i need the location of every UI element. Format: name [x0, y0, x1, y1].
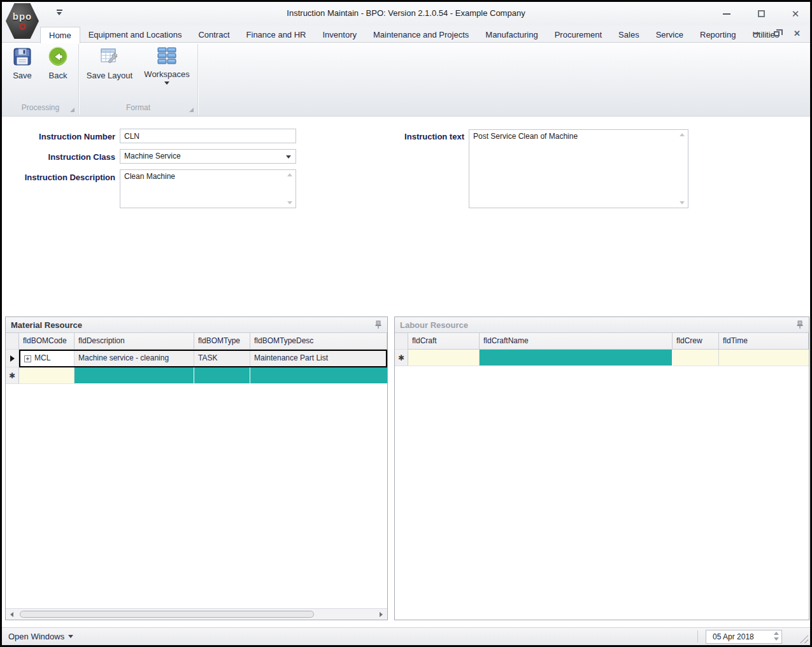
chevron-down-icon[interactable] — [286, 155, 291, 159]
tab-service[interactable]: Service — [648, 27, 692, 43]
spinner-up-icon[interactable] — [774, 632, 779, 635]
instruction-description-field[interactable]: Clean Machine — [120, 170, 285, 208]
new-row-indicator: ✱ — [6, 367, 19, 384]
col-fldBOMTypeDesc[interactable]: fldBOMTypeDesc — [250, 333, 387, 350]
new-cell-fldCraft[interactable] — [408, 350, 480, 366]
horizontal-scrollbar[interactable] — [6, 608, 387, 620]
save-layout-button[interactable]: Save Layout — [84, 46, 135, 80]
scroll-left-icon[interactable] — [10, 612, 13, 617]
instruction-number-label: Instruction Number — [2, 132, 115, 141]
col-fldBOMCode[interactable]: fldBOMCode — [19, 333, 75, 350]
tab-equipment-and-locations[interactable]: Equipment and Locations — [80, 27, 190, 43]
cell-fldBOMTypeDesc[interactable]: Maintenance Part List — [250, 351, 386, 366]
tab-reporting[interactable]: Reporting — [692, 27, 744, 43]
ribbon: Save Back Save Layout — [2, 43, 810, 117]
new-cell-fldBOMType[interactable] — [194, 367, 250, 384]
instruction-description-wrap: Clean Machine — [120, 169, 296, 208]
save-icon — [12, 46, 32, 67]
dialog-launcher-icon[interactable] — [70, 108, 75, 112]
group-processing-label: Processing — [22, 103, 59, 112]
workspaces-button[interactable]: Workspaces — [140, 46, 194, 85]
spinner-down-icon[interactable] — [774, 637, 779, 641]
statusbar-divider — [697, 630, 698, 643]
instruction-text-field[interactable]: Post Service Clean of Machine — [469, 130, 678, 208]
tab-manufacturing[interactable]: Manufacturing — [477, 27, 546, 43]
open-windows-label: Open Windows — [8, 632, 64, 641]
pin-icon[interactable] — [796, 320, 804, 329]
workspaces-button-label: Workspaces — [140, 69, 194, 79]
scroll-up-icon[interactable] — [287, 173, 292, 176]
row-indicator-header — [395, 333, 408, 350]
back-button[interactable]: Back — [41, 46, 75, 80]
quick-access-bar-icon — [57, 10, 62, 11]
new-cell-fldBOMTypeDesc[interactable] — [250, 367, 387, 384]
chevron-down-icon — [57, 12, 62, 15]
date-spinner[interactable] — [774, 632, 779, 641]
save-button-label: Save — [6, 71, 39, 80]
col-fldCrew[interactable]: fldCrew — [673, 333, 719, 350]
col-fldDescription[interactable]: fldDescription — [75, 333, 194, 350]
window-maximize-button[interactable] — [757, 10, 766, 18]
ribbon-separator — [78, 44, 79, 115]
quick-access-dropdown[interactable] — [55, 10, 63, 15]
tab-sales[interactable]: Sales — [610, 27, 648, 43]
back-button-label: Back — [41, 71, 75, 80]
col-fldCraftName[interactable]: fldCraftName — [480, 333, 673, 350]
workspaces-icon — [156, 46, 178, 66]
resize-grip[interactable] — [800, 635, 808, 643]
app-window: Instruction Maintain - BPO: Version 2.1.… — [0, 0, 812, 647]
window-minimize-button[interactable] — [722, 10, 731, 18]
group-format-label: Format — [126, 103, 150, 112]
ribbon-group-format: Format — [81, 103, 196, 114]
table-row[interactable]: +MCL Machine service - cleaning TASK Mai… — [6, 350, 387, 367]
col-fldTime[interactable]: fldTime — [719, 333, 809, 350]
save-layout-icon — [99, 46, 120, 67]
logo-gear-icon — [19, 23, 26, 30]
new-row[interactable]: ✱ — [395, 350, 809, 366]
document-minimize-button[interactable] — [752, 29, 760, 38]
new-cell-fldTime[interactable] — [719, 350, 809, 366]
save-button[interactable]: Save — [6, 46, 39, 80]
chevron-down-icon — [68, 635, 73, 638]
chevron-down-icon — [164, 82, 169, 85]
instruction-class-value: Machine Service — [124, 152, 181, 160]
dialog-launcher-icon[interactable] — [189, 108, 194, 112]
cell-fldBOMCode[interactable]: +MCL — [20, 351, 75, 366]
date-picker[interactable] — [706, 630, 782, 644]
scroll-down-icon[interactable] — [680, 201, 685, 204]
tab-maintenance-and-projects[interactable]: Maintenance and Projects — [365, 27, 477, 43]
new-cell-fldDescription[interactable] — [75, 367, 194, 384]
document-close-button[interactable]: ✕ — [793, 29, 801, 38]
col-fldBOMType[interactable]: fldBOMType — [194, 333, 250, 350]
new-row[interactable]: ✱ — [6, 367, 387, 384]
tab-home[interactable]: Home — [40, 27, 80, 43]
scrollbar-thumb[interactable] — [20, 611, 314, 618]
new-cell-fldBOMCode[interactable] — [19, 367, 75, 384]
new-cell-fldCrew[interactable] — [673, 350, 719, 366]
material-resource-title: Material Resource — [11, 320, 82, 330]
pin-icon[interactable] — [374, 320, 382, 329]
window-close-button[interactable]: ✕ — [791, 10, 800, 18]
scroll-right-icon[interactable] — [380, 612, 383, 617]
instruction-number-field[interactable] — [120, 129, 296, 143]
new-row-asterisk-icon: ✱ — [398, 353, 404, 362]
scroll-down-icon[interactable] — [287, 201, 292, 204]
tab-finance-and-hr[interactable]: Finance and HR — [238, 27, 315, 43]
expand-plus-icon[interactable]: + — [24, 355, 31, 362]
maximize-icon — [758, 10, 765, 17]
new-row-asterisk-icon: ✱ — [9, 371, 15, 380]
instruction-class-select[interactable]: Machine Service — [120, 149, 296, 164]
tab-contract[interactable]: Contract — [190, 27, 238, 43]
open-windows-button[interactable]: Open Windows — [8, 632, 73, 641]
new-cell-fldCraftName[interactable] — [480, 350, 673, 366]
document-restore-button[interactable] — [773, 29, 781, 38]
menu-tab-row: Home Equipment and Locations Contract Fi… — [2, 25, 810, 43]
instruction-text-wrap: Post Service Clean of Machine — [469, 129, 688, 208]
scroll-up-icon[interactable] — [680, 133, 685, 136]
tab-inventory[interactable]: Inventory — [315, 27, 365, 43]
col-fldCraft[interactable]: fldCraft — [408, 333, 480, 350]
tab-procurement[interactable]: Procurement — [546, 27, 610, 43]
cell-fldDescription[interactable]: Machine service - cleaning — [75, 351, 194, 366]
date-field[interactable] — [706, 630, 767, 643]
cell-fldBOMType[interactable]: TASK — [194, 351, 250, 366]
